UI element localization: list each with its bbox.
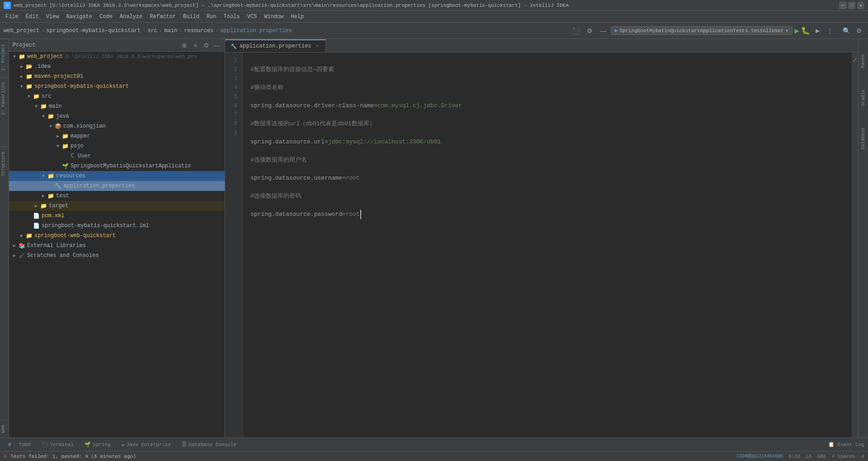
- menu-bar: FileEditViewNavigateCodeAnalyzeRefactorB…: [0, 11, 868, 23]
- tree-item-java[interactable]: ▼ 📁 java: [9, 111, 225, 121]
- tree-item-web-project[interactable]: ▼ 📁 web_project D:\IntelliJ IDEA 2018.3.…: [9, 52, 225, 62]
- terminal-label: Terminal: [50, 442, 74, 447]
- coverage-button[interactable]: ▶: [812, 25, 823, 36]
- run-config-selector[interactable]: ▶ SpringbootMybatisQuickstartApplication…: [611, 26, 793, 35]
- line-numbers: 1 2 3 4 5 6 7 8 9: [225, 52, 243, 437]
- code-editor[interactable]: #配置数据库的连接信息—四要素 #驱动类名称 spring.datasource…: [243, 52, 852, 437]
- settings-button[interactable]: ⚙: [854, 25, 864, 36]
- status-csdn[interactable]: CSDN@QQ1215464688: [737, 454, 783, 459]
- panel-settings-btn[interactable]: ⚙: [202, 41, 210, 49]
- tree-item-idea[interactable]: ▶ 📂 .idea: [9, 62, 225, 71]
- tree-item-mapper[interactable]: ▶ 📁 mapper: [9, 131, 225, 141]
- tree-item-springapp[interactable]: ▶ 🌱 SpringbootMybatisQuickstartApplicati…: [9, 161, 225, 171]
- menu-item-window[interactable]: Window: [260, 11, 287, 22]
- tree-item-springboot-web[interactable]: ▶ 📁 springboot-web-quickstart: [9, 231, 225, 241]
- tab-structure[interactable]: Structure: [0, 147, 9, 181]
- icon-springboot: 📁: [25, 83, 33, 90]
- tab-gradle[interactable]: Gradle: [859, 88, 868, 108]
- tab-project[interactable]: 1: Project: [0, 39, 9, 76]
- breadcrumb-resources[interactable]: resources: [184, 28, 213, 34]
- close-button[interactable]: ✕: [857, 2, 864, 9]
- toolbar-navigate-back[interactable]: ⬛: [571, 25, 582, 36]
- run-button[interactable]: ▶: [794, 26, 799, 36]
- panel-collapse-btn[interactable]: ≡: [191, 41, 199, 49]
- menu-item-vcs[interactable]: VCS: [244, 11, 261, 22]
- bottom-tab-database-console[interactable]: 🗄 Database Console: [177, 439, 241, 450]
- bottom-tab-todo[interactable]: 6 : TODO: [4, 439, 35, 450]
- menu-item-code[interactable]: Code: [96, 11, 116, 22]
- menu-item-view[interactable]: View: [42, 11, 63, 22]
- tree-item-pom[interactable]: ▶ 📄 pom.xml: [9, 211, 225, 221]
- menu-item-analyze[interactable]: Analyze: [116, 11, 146, 22]
- arrow-springboot: ▼: [18, 83, 25, 90]
- menu-item-tools[interactable]: Tools: [220, 11, 244, 22]
- menu-item-refactor[interactable]: Refactor: [146, 11, 179, 22]
- tree-item-scratches[interactable]: ▶ 🖊 Scratches and Consoles: [9, 251, 225, 261]
- menu-item-navigate[interactable]: Navigate: [62, 11, 96, 22]
- label-com: com.xiongjian: [63, 123, 106, 129]
- status-charset[interactable]: GBK: [817, 454, 826, 459]
- tree-item-ext-libs[interactable]: ▶ 📚 External Libraries: [9, 241, 225, 251]
- status-position[interactable]: 9:32: [788, 454, 800, 459]
- icon-user-class: C: [69, 152, 76, 160]
- label-mapper: mapper: [71, 133, 90, 139]
- tab-icon-properties: 🔧: [231, 43, 237, 49]
- status-right: CSDN@QQ1215464688 9:32 LF GBK 4 spaces: …: [737, 454, 864, 459]
- label-app-properties: application.properties: [63, 183, 135, 189]
- tab-web[interactable]: Web: [0, 420, 9, 437]
- tab-application-properties[interactable]: 🔧 application.properties ✕: [225, 39, 326, 52]
- tree-item-maven[interactable]: ▶ 📁 maven-project01: [9, 71, 225, 81]
- status-lf[interactable]: LF: [806, 454, 811, 459]
- tree-item-main[interactable]: ▼ 📁 main: [9, 101, 225, 111]
- window-controls[interactable]: — □ ✕: [839, 2, 864, 9]
- arrow-com: ▼: [47, 123, 54, 130]
- bottom-tab-java-enterprise[interactable]: ☕ Java Enterprise: [117, 439, 176, 450]
- tree-item-iml[interactable]: ▶ 📄 springboot-mybatis-quickstart.iml: [9, 221, 225, 231]
- tree-item-target[interactable]: ▶ 📁 target: [9, 201, 225, 211]
- editor-content: 1 2 3 4 5 6 7 8 9 #配置数据库的连接信息—四要素 #驱动类名称…: [225, 52, 858, 437]
- menu-item-edit[interactable]: Edit: [22, 11, 42, 22]
- toolbar-settings[interactable]: ⚙: [585, 25, 595, 36]
- breadcrumb-main[interactable]: main: [164, 28, 177, 34]
- toolbar-more[interactable]: ⋮: [825, 25, 835, 36]
- breadcrumb-src[interactable]: src: [147, 28, 157, 34]
- tab-close-properties[interactable]: ✕: [314, 43, 320, 49]
- run-config-icon: ▶: [615, 28, 618, 33]
- toolbar-collapse[interactable]: —: [598, 25, 609, 36]
- tree-item-user[interactable]: ▶ C User: [9, 151, 225, 161]
- debug-button[interactable]: 🐛: [801, 26, 810, 35]
- panel-globe-btn[interactable]: ⊕: [180, 41, 189, 49]
- tree-item-springboot[interactable]: ▼ 📁 springboot-mybatis-quickstart: [9, 81, 225, 91]
- bottom-tab-terminal[interactable]: ⬛ Terminal: [37, 439, 78, 450]
- breadcrumb-web-project[interactable]: web_project: [4, 28, 39, 34]
- breadcrumb-springboot[interactable]: springboot-mybatis-quickstart: [46, 28, 141, 34]
- menu-item-help[interactable]: Help: [287, 11, 307, 22]
- menu-item-file[interactable]: File: [2, 11, 22, 22]
- search-button[interactable]: 🔍: [841, 25, 852, 36]
- menu-item-run[interactable]: Run: [203, 11, 220, 22]
- java-enterprise-label: Java Enterprise: [126, 442, 171, 447]
- tab-favorites[interactable]: 2: Favorites: [0, 77, 9, 119]
- toolbar: web_project › springboot-mybatis-quickst…: [0, 23, 868, 39]
- label-springapp: SpringbootMybatisQuickstartApplicatio: [71, 163, 191, 169]
- tree-item-resources[interactable]: ▼ 📁 resources: [9, 171, 225, 181]
- panel-hide-btn[interactable]: —: [213, 41, 221, 49]
- bottom-tab-spring[interactable]: 🌱 Spring: [80, 439, 115, 450]
- minimize-button[interactable]: —: [839, 2, 846, 9]
- terminal-icon: ⬛: [42, 442, 48, 447]
- tab-maven[interactable]: Maven: [859, 52, 868, 70]
- breadcrumb-file[interactable]: application.properties: [220, 28, 292, 34]
- label-java: java: [56, 113, 69, 119]
- maximize-button[interactable]: □: [848, 2, 855, 9]
- tree-item-com-xiongjian[interactable]: ▼ 📦 com.xiongjian: [9, 121, 225, 131]
- status-spaces[interactable]: 4 spaces: 4: [831, 454, 864, 459]
- run-config-label: SpringbootMybatisQuickstartApplicationTe…: [619, 28, 783, 33]
- tree-item-pojo[interactable]: ▼ 📁 pojo: [9, 141, 225, 151]
- tree-item-src[interactable]: ▼ 📁 src: [9, 91, 225, 101]
- tree-item-test[interactable]: ▶ 📁 test: [9, 191, 225, 201]
- tab-database[interactable]: Database: [859, 126, 868, 151]
- icon-springapp: 🌱: [61, 162, 69, 170]
- tree-item-app-properties[interactable]: ▶ 🔧 application.properties: [9, 181, 225, 191]
- event-log-label[interactable]: 📋 Event Log: [828, 442, 864, 447]
- menu-item-build[interactable]: Build: [179, 11, 203, 22]
